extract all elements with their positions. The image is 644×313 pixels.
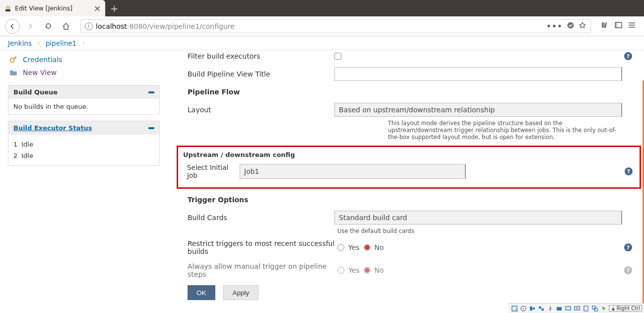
page-actions-icon[interactable]: ••• (546, 21, 563, 31)
breadcrumb: Jenkins › pipeline1 › (0, 36, 644, 50)
form-label: Build Pipeline View Title (188, 70, 334, 78)
help-icon[interactable]: ? (625, 167, 633, 175)
build-cards-description: Use the default build cards (337, 228, 634, 235)
svg-rect-14 (533, 308, 535, 310)
executor-num: 1 (13, 141, 17, 148)
svg-rect-3 (602, 22, 603, 28)
help-icon[interactable]: ? (624, 243, 632, 251)
configure-form: Filter build executors ? Build Pipeline … (168, 50, 644, 312)
back-button[interactable] (5, 19, 20, 34)
close-tab-icon[interactable]: × (93, 4, 101, 12)
executor-row: 1 Idle (13, 139, 154, 150)
row-manual-trigger: Always allow manual trigger on pipeline … (188, 262, 634, 278)
panel-header[interactable]: Build Executor Status (8, 121, 159, 135)
initial-job-select[interactable]: Job1 (240, 164, 466, 179)
record-icon[interactable] (573, 305, 581, 313)
svg-rect-13 (530, 307, 532, 311)
restrict-no-radio[interactable] (364, 244, 371, 251)
layout-select[interactable]: Based on upstream/downstream relationshi… (334, 103, 622, 117)
manual-yes-radio[interactable] (337, 267, 344, 274)
queue-empty-text: No builds in the queue. (13, 103, 88, 110)
bookmark-star-icon[interactable] (579, 21, 586, 31)
form-label: Restrict triggers to most recent success… (188, 239, 337, 255)
home-button[interactable] (59, 19, 73, 34)
form-buttons: OK Apply (188, 285, 634, 300)
reader-shield-icon[interactable] (567, 21, 575, 31)
breadcrumb-item[interactable]: pipeline1 (46, 39, 76, 47)
audio-icon[interactable] (528, 305, 536, 313)
browser-nav-bar: i localhost:8080/view/pipeline1/configur… (0, 16, 644, 36)
draganddrop-icon[interactable] (591, 305, 599, 313)
breadcrumb-root[interactable]: Jenkins (8, 39, 32, 47)
collapse-icon[interactable] (148, 127, 154, 129)
help-icon[interactable]: ? (624, 266, 632, 274)
folder-plus-icon (8, 68, 19, 77)
row-restrict-triggers: Restrict triggers to most recent success… (188, 239, 634, 255)
site-info-icon[interactable]: i (85, 22, 93, 30)
sidebar-credentials[interactable]: Credentials (8, 53, 160, 66)
row-initial-job: Select Initial Job Job1 ? (183, 163, 635, 179)
disk-icon[interactable] (511, 305, 518, 313)
svg-rect-1 (5, 9, 10, 11)
form-label: Always allow manual trigger on pipeline … (188, 262, 337, 278)
svg-rect-23 (594, 308, 597, 311)
executor-num: 2 (13, 152, 17, 159)
executor-row: 2 Idle (13, 150, 154, 161)
form-label: Select Initial Job (187, 163, 240, 179)
svg-rect-15 (539, 307, 541, 309)
build-queue-panel: Build Queue No builds in the queue. (8, 85, 160, 115)
mouse-integration-icon[interactable] (600, 305, 608, 313)
upstream-config-highlight: Upstream / downstream config Select Init… (177, 146, 641, 189)
restrict-yes-radio[interactable] (337, 244, 344, 251)
jenkins-favicon-icon (4, 4, 12, 12)
ok-button[interactable]: OK (188, 285, 215, 300)
form-label: Build Cards (188, 214, 334, 222)
clipboard-icon[interactable] (582, 305, 590, 313)
build-executor-panel: Build Executor Status 1 Idle 2 Idle (8, 121, 160, 166)
sidebar: Credentials New View Build Queue No buil… (0, 50, 168, 312)
new-tab-button[interactable]: + (105, 2, 124, 14)
view-title-input[interactable] (334, 67, 622, 81)
subsection-heading: Upstream / downstream config (174, 151, 635, 158)
svg-rect-16 (541, 309, 544, 311)
display-icon[interactable] (564, 305, 572, 313)
radio-label: Yes (348, 266, 360, 274)
credentials-icon (8, 55, 19, 64)
radio-label: No (375, 266, 384, 274)
reload-button[interactable] (41, 19, 56, 34)
browser-right-icons (598, 21, 639, 31)
url-bar[interactable]: i localhost:8080/view/pipeline1/configur… (80, 19, 591, 33)
shared-folder-icon[interactable] (555, 305, 563, 313)
row-build-cards: Build Cards Standard build card (188, 211, 634, 225)
form-label: Layout (188, 106, 334, 114)
svg-point-12 (522, 308, 523, 309)
help-icon[interactable]: ? (624, 52, 632, 60)
form-label: Filter build executors (188, 52, 334, 60)
library-icon[interactable] (601, 21, 609, 31)
sidebar-item-label: Credentials (23, 56, 62, 64)
sidebar-icon[interactable] (614, 21, 623, 31)
apply-button[interactable]: Apply (223, 285, 259, 300)
section-pipeline-flow: Pipeline Flow (188, 88, 634, 96)
executor-state: Idle (21, 141, 33, 148)
panel-header[interactable]: Build Queue (8, 85, 159, 99)
svg-rect-22 (592, 306, 595, 309)
chevron-right-icon: › (82, 40, 84, 46)
manual-no-radio[interactable] (364, 267, 371, 274)
usb-icon[interactable] (546, 305, 554, 313)
filter-executors-checkbox[interactable] (334, 53, 341, 60)
host-key-indicator[interactable]: Right Ctrl (609, 305, 642, 312)
cd-icon[interactable] (519, 305, 527, 313)
sidebar-new-view[interactable]: New View (8, 66, 160, 79)
forward-button (23, 19, 38, 34)
svg-rect-18 (566, 307, 571, 310)
panel-title[interactable]: Build Executor Status (13, 124, 92, 132)
collapse-icon[interactable] (148, 91, 154, 93)
svg-point-20 (576, 308, 578, 309)
build-cards-select[interactable]: Standard build card (334, 211, 622, 225)
browser-tab[interactable]: Edit View [Jenkins] × (0, 0, 105, 16)
row-layout: Layout Based on upstream/downstream rela… (188, 103, 634, 117)
hamburger-menu-icon[interactable] (628, 21, 636, 31)
chevron-right-icon: › (38, 40, 40, 46)
network-icon[interactable] (537, 305, 545, 313)
